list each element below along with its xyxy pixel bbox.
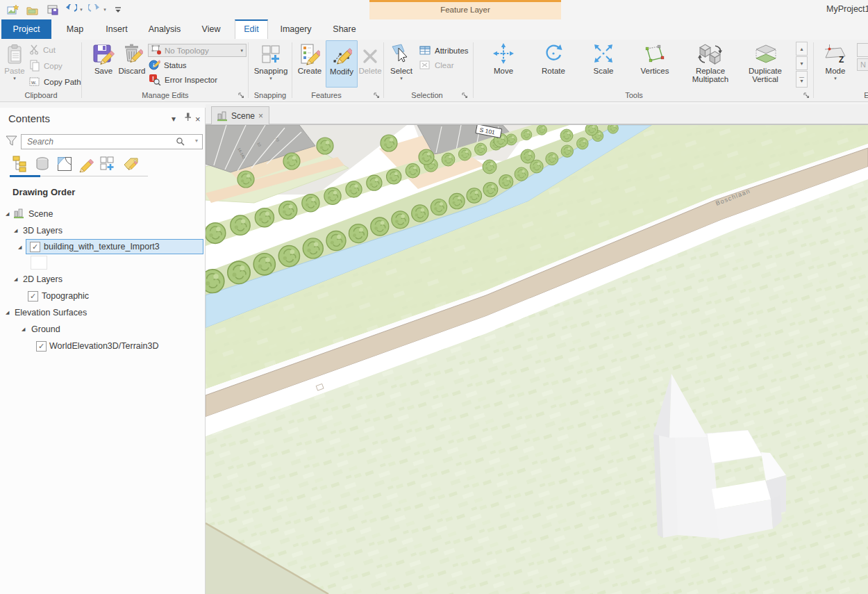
modify-icon [331, 41, 352, 66]
copy-button[interactable]: Copy [29, 60, 62, 72]
gallery-expand-button[interactable]: —▾ [796, 71, 808, 88]
save-edits-button[interactable]: Save [91, 40, 116, 75]
snapping-button[interactable]: Snapping ▾ [252, 40, 290, 81]
topographic-checkbox[interactable]: ✓ [28, 291, 38, 302]
features-launcher-icon[interactable] [374, 92, 381, 99]
duplicate-vertical-button[interactable]: Duplicate Vertical [740, 40, 790, 83]
rotate-icon [542, 40, 565, 65]
cut-button[interactable]: Cut [29, 44, 56, 56]
arcgis-pro-window: ▾ ▾ MyProject1 Feature Layer Project Map… [0, 0, 868, 594]
undo-icon[interactable] [64, 3, 78, 16]
status-button[interactable]: i Status [149, 59, 187, 72]
tab-project[interactable]: Project [1, 19, 51, 39]
error-inspector-button[interactable]: ! Error Inspector [149, 74, 217, 86]
tree-item-scene[interactable]: Scene [28, 209, 53, 219]
group-label-features: Features [295, 91, 358, 99]
list-by-snapping-tab[interactable] [99, 155, 117, 173]
tab-view[interactable]: View [192, 19, 231, 39]
select-button[interactable]: Select ▾ [386, 40, 417, 81]
replace-multipatch-icon [698, 40, 723, 65]
search-icon[interactable] [176, 138, 185, 149]
tab-edit[interactable]: Edit [235, 19, 268, 39]
scene-3d-map[interactable]: S 101 Boschlaan 14-140 10 70 [206, 125, 868, 594]
undo-dropdown-icon[interactable]: ▾ [78, 3, 85, 16]
customize-qat-icon[interactable] [111, 3, 125, 16]
rotate-button[interactable]: Rotate [531, 40, 576, 75]
topology-dropdown[interactable]: No Topology ▾ [148, 44, 247, 57]
filter-icon[interactable] [6, 135, 17, 149]
view-tab-scene[interactable]: Scene × [211, 106, 269, 124]
copy-path-icon: w. [29, 76, 40, 88]
cut-off-button[interactable] [857, 43, 868, 57]
scale-button[interactable]: Scale [581, 40, 626, 75]
drawing-order-heading: Drawing Order [12, 187, 75, 197]
tree-item-topographic[interactable]: Topographic [42, 291, 89, 301]
close-pane-icon[interactable]: × [195, 114, 201, 124]
attributes-button[interactable]: Attributes [419, 44, 469, 57]
scene-item-icon [14, 208, 24, 221]
search-input[interactable] [26, 136, 174, 147]
list-by-selection-tab[interactable] [56, 155, 74, 173]
list-by-drawing-order-tab[interactable] [11, 155, 29, 173]
tree-item-3d-layers[interactable]: 3D Layers [23, 226, 62, 236]
group-label-clipboard: Clipboard [10, 91, 72, 99]
error-inspector-icon: ! [149, 74, 161, 87]
open-project-icon[interactable] [25, 3, 39, 16]
replace-multipatch-button[interactable]: Replace Multipatch [685, 40, 736, 83]
tree-item-ground[interactable]: Ground [31, 324, 60, 334]
list-by-data-source-tab[interactable] [33, 155, 51, 173]
expander-3d-layers-icon[interactable]: ◢ [14, 228, 17, 233]
group-label-tools: Tools [603, 91, 665, 99]
paste-button[interactable]: Paste ▾ [3, 40, 26, 81]
duplicate-vertical-icon [751, 40, 779, 65]
tab-imagery[interactable]: Imagery [275, 19, 317, 39]
modify-button[interactable]: Modify [326, 40, 358, 88]
tab-analysis[interactable]: Analysis [142, 19, 187, 39]
mode-button[interactable]: Z Mode ▾ [818, 40, 853, 81]
expander-building-layer-icon[interactable]: ◢ [18, 245, 22, 250]
building-layer-symbol-swatch[interactable] [31, 256, 47, 270]
snapping-icon [260, 40, 282, 65]
discard-edits-button[interactable]: Discard [117, 40, 147, 75]
new-project-icon[interactable] [6, 3, 19, 16]
delete-button[interactable]: Delete [358, 40, 383, 75]
svg-text:Z: Z [839, 55, 844, 65]
cut-off-button-n[interactable]: N [857, 58, 868, 71]
contextual-header: Feature Layer [369, 6, 561, 14]
tab-share[interactable]: Share [324, 19, 365, 39]
building-layer-checkbox[interactable]: ✓ [30, 242, 40, 252]
expander-ground-icon[interactable]: ◢ [22, 327, 25, 332]
gallery-scroll-up-button[interactable]: ▴ [796, 42, 808, 56]
copy-path-button[interactable]: w. Copy Path [29, 76, 81, 88]
world-elevation-checkbox[interactable]: ✓ [36, 341, 47, 352]
selection-launcher-icon[interactable] [462, 92, 469, 99]
list-by-editing-tab[interactable] [76, 155, 94, 173]
tools-launcher-icon[interactable] [803, 92, 810, 99]
tab-map[interactable]: Map [56, 19, 94, 39]
expander-scene-icon[interactable]: ◢ [6, 211, 9, 217]
redo-dropdown-icon[interactable]: ▾ [101, 3, 108, 16]
close-view-icon[interactable]: × [258, 111, 263, 121]
gallery-scroll-down-button[interactable]: ▾ [796, 56, 808, 70]
pin-icon[interactable] [183, 112, 192, 124]
scale-icon [592, 40, 615, 65]
pane-menu-icon[interactable]: ▾ [172, 114, 176, 124]
create-button[interactable]: Create [294, 40, 325, 75]
svg-text:w.: w. [31, 79, 37, 85]
list-by-labeling-tab[interactable] [122, 155, 140, 173]
expander-elevation-surfaces-icon[interactable]: ◢ [6, 310, 9, 315]
vertices-button[interactable]: Vertices [631, 40, 679, 75]
tree-item-building-layer[interactable]: ✓ building_with_texture_Import3 [26, 239, 203, 254]
tree-item-2d-layers[interactable]: 2D Layers [23, 274, 62, 284]
search-options-caret-icon[interactable]: ▾ [195, 138, 198, 144]
move-button[interactable]: Move [481, 40, 526, 75]
clear-button[interactable]: Clear [419, 59, 453, 72]
expander-2d-layers-icon[interactable]: ◢ [14, 277, 17, 282]
redo-icon[interactable] [87, 3, 101, 16]
save-project-icon[interactable] [46, 3, 60, 16]
tree-item-elevation-surfaces[interactable]: Elevation Surfaces [15, 308, 87, 317]
group-label-selection: Selection [396, 91, 458, 99]
tab-insert[interactable]: Insert [97, 19, 136, 39]
tree-item-world-elevation[interactable]: WorldElevation3D/Terrain3D [49, 341, 158, 351]
delete-icon [361, 40, 379, 65]
